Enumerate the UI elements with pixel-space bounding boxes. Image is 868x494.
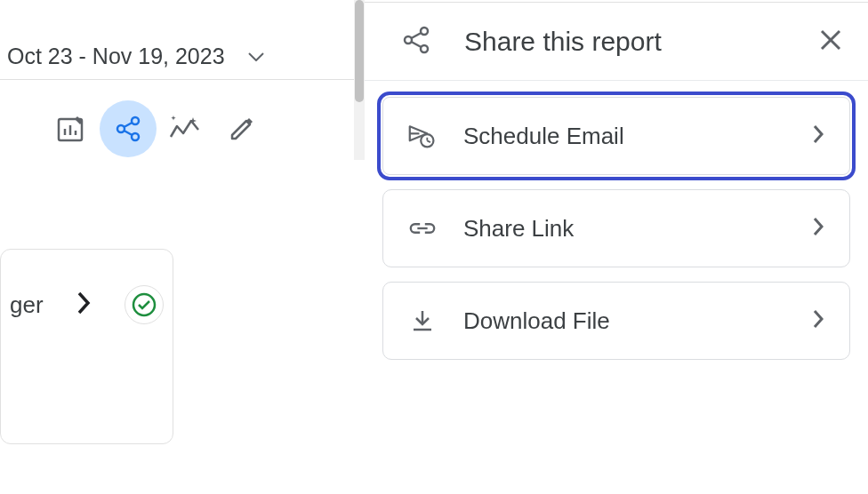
schedule-email-icon [408,122,437,150]
svg-point-4 [132,117,139,124]
card-text-partial: ger [10,291,44,319]
chevron-right-icon [76,290,92,320]
customize-report-button[interactable] [43,100,100,157]
svg-point-12 [421,45,428,52]
svg-point-5 [117,125,125,132]
link-icon [408,220,437,236]
left-panel: Oct 23 - Nov 19, 2023 [0,0,365,494]
scrollbar-thumb[interactable] [355,0,364,102]
chevron-right-icon [812,216,824,241]
download-file-option[interactable]: Download File [382,282,850,360]
download-icon [408,308,437,333]
share-button[interactable] [100,100,157,157]
svg-line-7 [125,123,133,127]
svg-point-9 [133,294,155,315]
report-card[interactable]: ger [0,249,173,444]
option-label: Share Link [463,215,812,243]
svg-line-14 [412,42,422,47]
chevron-right-icon [812,308,824,333]
schedule-email-option[interactable]: Schedule Email [382,97,850,175]
share-link-option[interactable]: Share Link [382,189,850,267]
panel-title: Share this report [464,27,818,57]
date-range-selector[interactable]: Oct 23 - Nov 19, 2023 [0,0,365,80]
share-options: Schedule Email Share Link [365,81,868,390]
svg-point-6 [132,133,139,140]
share-panel: Share this report Schedule Email [365,2,868,494]
check-circle-icon [125,285,164,324]
chevron-right-icon [812,124,824,148]
svg-point-11 [405,36,412,44]
edit-button[interactable] [213,100,270,157]
svg-point-10 [421,28,428,35]
toolbar [0,80,365,160]
insights-button[interactable] [157,100,213,157]
dropdown-icon [248,49,264,65]
share-icon [400,24,432,60]
close-button[interactable] [818,28,843,56]
date-range-text: Oct 23 - Nov 19, 2023 [7,44,225,69]
svg-line-13 [412,33,422,38]
option-label: Download File [463,307,812,335]
svg-line-8 [125,131,133,135]
panel-header: Share this report [365,3,868,81]
option-label: Schedule Email [463,123,812,150]
